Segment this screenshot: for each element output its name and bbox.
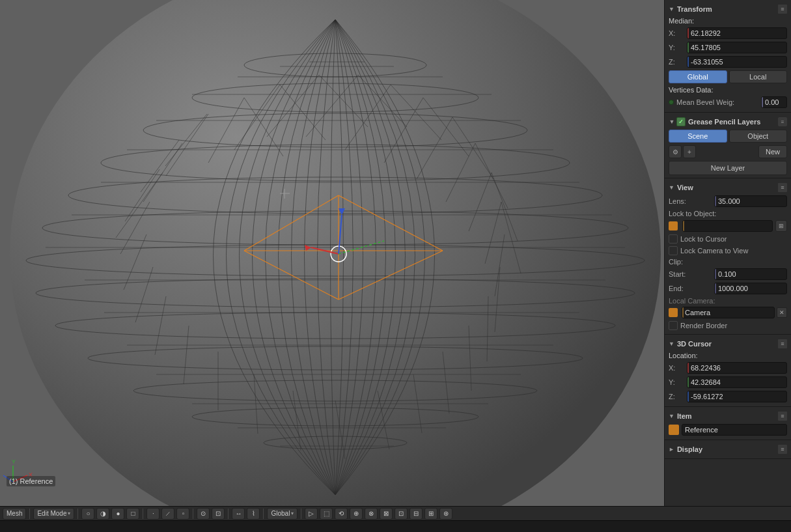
cursor-location-label: Location: [669, 352, 698, 359]
tool-6-btn[interactable]: ⊠ [380, 508, 393, 520]
display-header-buttons: ≡ [778, 445, 787, 454]
tool-9-btn[interactable]: ⊞ [424, 508, 437, 520]
loop-cut-btn[interactable]: ⌇ [247, 508, 260, 520]
status-bar [0, 520, 791, 532]
proportional-edit-btn[interactable]: ⊙ [197, 508, 210, 520]
view-header-buttons: ≡ [778, 183, 787, 192]
item-reference-field[interactable]: Reference [682, 424, 787, 436]
transform-x-field[interactable]: 62.18292 [687, 27, 787, 39]
tool-10-btn[interactable]: ⊛ [439, 508, 452, 520]
global-btn[interactable]: Global [669, 70, 727, 83]
material-shading-btn[interactable]: ◑ [96, 508, 109, 520]
cursor-3d-section: ▼ 3D Cursor ≡ Location: X: 68.22436 Y: [665, 335, 791, 407]
lock-camera-label: Lock Camera to View [680, 247, 748, 255]
tool-3-btn[interactable]: ⟲ [335, 508, 348, 520]
tool-4-btn[interactable]: ⊕ [350, 508, 363, 520]
transform-y-row: Y: 45.17805 [669, 40, 787, 55]
grease-settings-btn[interactable]: ⚙ [669, 145, 682, 158]
tool-5-btn[interactable]: ⊗ [365, 508, 378, 520]
display-section-title: Display [677, 445, 702, 453]
global-dropdown-arrow: ▾ [291, 511, 294, 516]
edge-select-btn[interactable]: ⟋ [161, 508, 174, 520]
camera-close-btn[interactable]: ✕ [777, 307, 787, 318]
mesh-select-mode-btn[interactable]: ↔ [232, 508, 245, 520]
global-coords-btn[interactable]: Global ▾ [267, 508, 298, 520]
item-reference-row: Reference [669, 423, 787, 437]
lock-to-object-label-row: Lock to Object: [669, 208, 787, 219]
tool-1-btn[interactable]: ▷ [305, 508, 318, 520]
lock-cursor-row: Lock to Cursor [669, 233, 787, 245]
object-btn[interactable]: Object [729, 130, 788, 143]
cursor-y-field[interactable]: 42.32684 [687, 376, 787, 388]
tool-7-btn[interactable]: ⊡ [395, 508, 408, 520]
grease-pencil-checkbox[interactable]: ✓ [676, 117, 686, 126]
grease-pencil-header: ▼ ✓ Grease Pencil Layers ≡ [669, 115, 787, 128]
local-camera-label: Local Camera: [669, 296, 787, 305]
camera-field[interactable]: Camera [682, 307, 775, 318]
display-collapse-arrow: ► [669, 446, 674, 453]
clip-end-field[interactable]: 1000.000 [714, 283, 787, 294]
item-collapse-arrow: ▼ [669, 413, 674, 419]
toolbar-sep-6 [263, 509, 264, 519]
grease-toolbar: ⚙ + New [669, 144, 787, 160]
lock-cursor-checkbox[interactable] [669, 234, 678, 244]
view-section-header[interactable]: ▼ View ≡ [669, 181, 787, 194]
view-collapse-btn[interactable]: ≡ [778, 183, 787, 192]
edit-mode-btn[interactable]: Edit Mode ▾ [33, 508, 74, 520]
global-local-row: Global Local [669, 69, 787, 85]
item-collapse-btn[interactable]: ≡ [778, 412, 787, 421]
cursor-x-label: X: [669, 364, 687, 372]
grease-expand-btn[interactable]: ▼ [669, 119, 675, 125]
cursor-z-field[interactable]: -59.61272 [687, 391, 787, 402]
display-collapse-btn[interactable]: ≡ [778, 445, 787, 454]
mean-bevel-value[interactable]: 0.00 [761, 96, 787, 108]
vertices-label: Vertices Data: [669, 86, 713, 94]
cursor-z-label: Z: [669, 393, 687, 400]
clip-end-row: End: 1000.000 [669, 281, 787, 296]
mesh-label-btn[interactable]: Mesh [3, 508, 26, 520]
viewport-3d[interactable]: X Y Z (1) Reference [0, 0, 664, 506]
cursor-collapse-btn[interactable]: ≡ [778, 339, 787, 348]
mean-bevel-label: Mean Bevel Weig: [676, 98, 761, 106]
vertex-select-btn[interactable]: · [146, 508, 160, 520]
tool-8-btn[interactable]: ⊟ [409, 508, 423, 520]
cursor-x-field[interactable]: 68.22436 [687, 362, 787, 374]
camera-icon [669, 308, 678, 317]
grease-add-btn[interactable]: + [683, 145, 696, 158]
tool-2-btn[interactable]: ⬚ [320, 508, 333, 520]
snap-btn[interactable]: ⊡ [212, 508, 225, 520]
view-section-title: View [677, 184, 693, 191]
lens-value-field[interactable]: 35.000 [714, 195, 787, 207]
local-btn[interactable]: Local [729, 70, 788, 83]
grease-section-collapse[interactable]: ≡ [778, 117, 787, 126]
lock-camera-row: Lock Camera to View [669, 245, 787, 257]
rendered-shading-btn[interactable]: ● [111, 508, 124, 520]
view-collapse-arrow: ▼ [669, 184, 674, 191]
new-layer-btn[interactable]: New Layer [669, 161, 787, 175]
clip-end-label: End: [669, 285, 714, 292]
render-border-label: Render Border [680, 322, 727, 329]
cursor-section-header[interactable]: ▼ 3D Cursor ≡ [669, 337, 787, 350]
transform-y-field[interactable]: 45.17805 [687, 42, 787, 53]
clip-start-field[interactable]: 0.100 [714, 268, 787, 280]
median-label: Median: [669, 17, 694, 25]
display-section-header[interactable]: ► Display ≡ [669, 443, 787, 456]
render-border-checkbox[interactable] [669, 321, 678, 330]
lock-camera-checkbox[interactable] [669, 246, 678, 255]
face-select-btn[interactable]: ▫ [176, 508, 189, 520]
cursor-header-buttons: ≡ [778, 339, 787, 348]
transform-z-field[interactable]: -63.31055 [687, 56, 787, 68]
solid-shading-btn[interactable]: ○ [81, 508, 94, 520]
item-section-header[interactable]: ▼ Item ≡ [669, 410, 787, 423]
transform-collapse-btn[interactable]: ≡ [778, 5, 787, 14]
lock-to-object-field[interactable] [682, 220, 773, 232]
lock-to-object-browse-btn[interactable]: ⊞ [775, 220, 787, 232]
median-label-row: Median: [669, 16, 787, 26]
bottom-toolbar: Mesh Edit Mode ▾ ○ ◑ ● □ · ⟋ ▫ ⊙ ⊡ ↔ ⌇ G… [0, 506, 791, 520]
transform-y-label: Y: [669, 44, 687, 51]
scene-btn[interactable]: Scene [669, 130, 727, 143]
lock-to-object-text: Lock to Object: [669, 210, 716, 217]
wireframe-shading-btn[interactable]: □ [126, 508, 139, 520]
new-btn[interactable]: New [758, 145, 787, 158]
transform-section-header[interactable]: ▼ Transform ≡ [669, 3, 787, 16]
